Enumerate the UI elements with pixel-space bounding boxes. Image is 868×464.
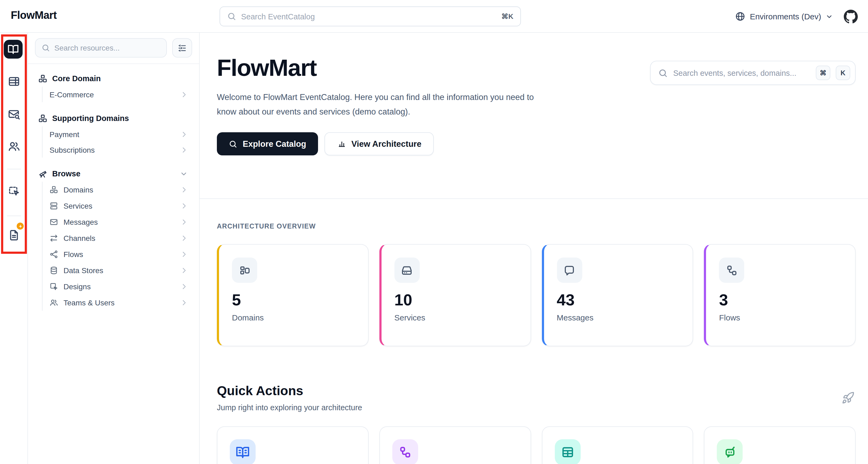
- domain-boxes-icon: [50, 186, 58, 194]
- quick-action-ai-assistant[interactable]: [704, 426, 856, 464]
- section-supporting-domains: Supporting Domains Payment Subscriptions: [35, 111, 192, 158]
- cmd-keycap: ⌘: [816, 66, 830, 80]
- domain-boxes-icon: [38, 74, 48, 83]
- dashed-select-pointer-icon: [7, 185, 20, 197]
- k-keycap: K: [836, 66, 850, 80]
- rail-item-ai-docs[interactable]: [7, 229, 20, 241]
- shortcut-hint: ⌘K: [501, 12, 514, 21]
- globe-icon: [735, 11, 746, 22]
- explore-catalog-button[interactable]: Explore Catalog: [217, 133, 318, 156]
- rail-item-message-search[interactable]: [7, 108, 20, 121]
- book-open-icon: [7, 43, 19, 55]
- chevron-right-icon: [180, 218, 188, 226]
- rail-item-catalog-table[interactable]: [7, 75, 20, 88]
- table-icon: [555, 439, 580, 464]
- sidebar-item-flows[interactable]: Flows: [42, 246, 192, 262]
- chevron-right-icon: [180, 251, 188, 258]
- section-items: E-Commerce: [42, 87, 192, 102]
- chevron-right-icon: [180, 91, 188, 98]
- app-logo[interactable]: FlowMart: [11, 9, 57, 22]
- resource-search-input[interactable]: [54, 43, 160, 52]
- stat-card-services[interactable]: 10 Services: [379, 244, 531, 346]
- users-icon: [50, 298, 58, 307]
- environments-label: Environments (Dev): [750, 12, 821, 21]
- sidebar-item-designs[interactable]: Designs: [42, 278, 192, 295]
- sidebar-item-payment[interactable]: Payment: [42, 126, 192, 142]
- section-head-core-domain[interactable]: Core Domain: [35, 71, 192, 86]
- welcome-text: Welcome to FlowMart EventCatalog. Here y…: [217, 90, 551, 119]
- sidebar-item-data-stores[interactable]: Data Stores: [42, 262, 192, 278]
- catalog-search[interactable]: ⌘ K: [650, 61, 856, 85]
- section-core-domain: Core Domain E-Commerce: [35, 71, 192, 102]
- item-label: Messages: [63, 218, 98, 226]
- stat-value: 43: [557, 291, 680, 309]
- item-label: Designs: [63, 282, 91, 291]
- sidebar-item-messages[interactable]: Messages: [42, 214, 192, 230]
- sidebar-item-channels[interactable]: Channels: [42, 230, 192, 246]
- chevron-right-icon: [180, 186, 188, 194]
- item-label: Domains: [63, 186, 93, 194]
- section-items: Payment Subscriptions: [42, 126, 192, 158]
- quick-action-catalog-table[interactable]: [541, 426, 693, 464]
- body-row: Core Domain E-Commerce: [0, 33, 868, 464]
- chevron-down-icon: [826, 13, 833, 20]
- item-label: Teams & Users: [63, 298, 115, 307]
- database-icon: [50, 266, 58, 275]
- global-search-input[interactable]: [241, 12, 496, 21]
- waypoints-icon: [50, 250, 58, 259]
- view-architecture-button[interactable]: View Architecture: [324, 133, 434, 156]
- chevron-right-icon: [180, 234, 188, 242]
- rail-item-visualizer[interactable]: [7, 185, 20, 197]
- quick-action-visualizer[interactable]: [379, 426, 531, 464]
- filter-button[interactable]: [172, 38, 192, 58]
- stat-card-domains[interactable]: 5 Domains: [217, 244, 369, 346]
- users-icon: [7, 140, 20, 153]
- sidebar-item-subscriptions[interactable]: Subscriptions: [42, 142, 192, 158]
- quick-action-explore-docs[interactable]: [217, 426, 369, 464]
- rail-divider: [7, 169, 21, 169]
- search-icon: [658, 68, 668, 78]
- icon-rail: [0, 33, 28, 464]
- quick-actions-title: Quick Actions: [217, 383, 868, 398]
- book-open-icon: [230, 439, 256, 464]
- mail-search-icon: [7, 108, 20, 121]
- main-content: FlowMart Welcome to FlowMart EventCatalo…: [199, 33, 868, 464]
- resource-search[interactable]: [35, 38, 167, 58]
- rail-item-docs[interactable]: [4, 40, 23, 59]
- stat-cards: 5 Domains 10 Services 43: [217, 244, 856, 346]
- chevron-right-icon: [180, 202, 188, 210]
- sidebar-item-domains[interactable]: Domains: [42, 182, 192, 198]
- stat-card-flows[interactable]: 3 Flows: [704, 244, 856, 346]
- stat-value: 3: [719, 291, 842, 309]
- item-label: Payment: [50, 130, 80, 138]
- global-search[interactable]: ⌘K: [220, 6, 521, 26]
- github-icon[interactable]: [844, 9, 858, 23]
- rail-item-teams-users[interactable]: [7, 140, 20, 153]
- chevron-right-icon: [180, 146, 188, 154]
- section-head-supporting-domains[interactable]: Supporting Domains: [35, 111, 192, 125]
- item-label: Data Stores: [63, 266, 103, 275]
- header-right: Environments (Dev): [735, 0, 858, 33]
- component-icon: [232, 258, 257, 283]
- table-icon: [7, 75, 20, 88]
- item-label: Services: [63, 202, 92, 210]
- section-title: Supporting Domains: [52, 114, 129, 123]
- search-icon: [229, 140, 237, 148]
- stat-label: Domains: [232, 313, 355, 322]
- stat-label: Messages: [557, 313, 680, 322]
- sliders-icon: [178, 43, 187, 53]
- sidebar-item-ecommerce[interactable]: E-Commerce: [42, 87, 192, 102]
- stat-card-messages[interactable]: 43 Messages: [541, 244, 693, 346]
- section-head-browse[interactable]: Browse: [35, 167, 192, 181]
- rail-divider: [7, 216, 21, 216]
- chevron-right-icon: [180, 299, 188, 306]
- stat-label: Services: [395, 313, 518, 322]
- workflow-icon: [719, 258, 744, 283]
- sidebar-item-services[interactable]: Services: [42, 198, 192, 214]
- chevron-down-icon: [180, 170, 188, 178]
- environments-dropdown[interactable]: Environments (Dev): [735, 11, 833, 22]
- catalog-search-input[interactable]: [673, 69, 810, 77]
- sidebar-item-teams-users[interactable]: Teams & Users: [42, 295, 192, 311]
- search-icon: [41, 43, 50, 52]
- chevron-right-icon: [180, 130, 188, 138]
